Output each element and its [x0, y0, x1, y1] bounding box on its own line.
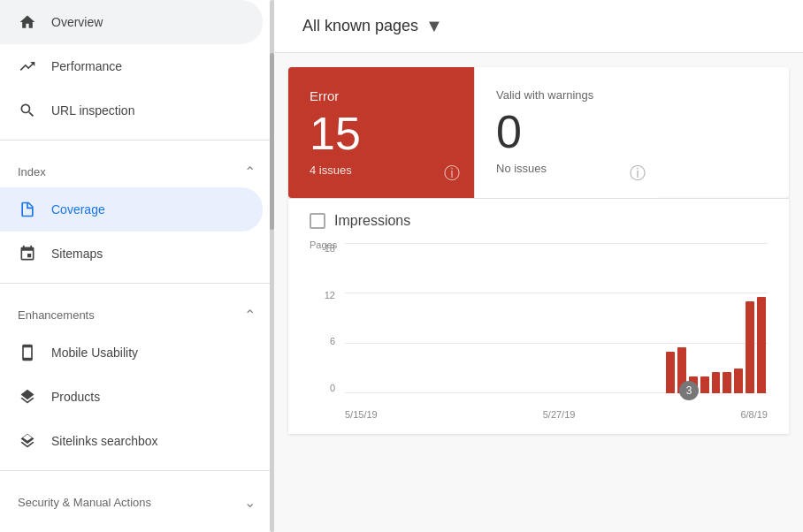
warning-card: Valid with warnings 0 No issues ⓘ — [474, 67, 660, 198]
section-header-enhancements[interactable]: Enhancements ⌃ — [0, 291, 273, 331]
file-icon — [18, 200, 37, 219]
sidebar-item-sitemaps[interactable]: Sitemaps — [0, 232, 263, 276]
sidebar-item-performance[interactable]: Performance — [0, 44, 263, 88]
tooltip-value: 3 — [686, 384, 692, 397]
warning-card-number: 0 — [496, 109, 631, 155]
mobile-icon — [18, 343, 37, 362]
layers-icon — [18, 387, 37, 407]
main-content: All known pages ▼ Error 15 4 issues ⓘ Va… — [274, 0, 803, 532]
bar — [734, 369, 743, 393]
bar — [723, 372, 731, 393]
chart-section: Impressions Pages 18 12 6 0 — [288, 198, 789, 434]
sidebar-item-coverage[interactable]: Coverage — [0, 187, 263, 232]
chevron-up-icon[interactable]: ⌃ — [244, 307, 256, 323]
y-tick-6: 6 — [310, 336, 340, 346]
cards-area: Error 15 4 issues ⓘ Valid with warnings … — [288, 67, 789, 198]
y-tick-0: 0 — [310, 383, 340, 393]
trending-up-icon — [18, 57, 37, 76]
sidebar-item-label: Overview — [51, 15, 103, 29]
dropdown-arrow-icon: ▼ — [425, 16, 443, 36]
error-card-number: 15 — [310, 110, 446, 156]
error-help-icon[interactable]: ⓘ — [444, 163, 460, 184]
error-card: Error 15 4 issues ⓘ — [288, 67, 474, 198]
divider — [0, 283, 273, 284]
chart-title: Impressions — [334, 213, 410, 229]
sidebar-scrollbar[interactable] — [270, 0, 274, 532]
layers2-icon — [18, 431, 37, 451]
impressions-checkbox[interactable] — [310, 213, 325, 229]
sitemap-icon — [18, 244, 37, 263]
x-axis: 5/15/19 5/27/19 6/8/19 — [345, 409, 768, 420]
chart-area: Pages 18 12 6 0 3 — [310, 243, 768, 420]
section-label: Index — [18, 165, 46, 179]
warning-help-icon[interactable]: ⓘ — [630, 163, 646, 184]
home-icon — [18, 12, 37, 32]
bars-container — [345, 243, 768, 393]
sidebar-item-url-inspection[interactable]: URL inspection — [0, 88, 263, 133]
page-filter-dropdown[interactable]: All known pages ▼ — [295, 12, 450, 40]
sidebar-item-label: Performance — [51, 59, 122, 73]
sidebar-item-label: Products — [51, 390, 100, 404]
x-label-3: 6/8/19 — [740, 409, 768, 420]
bar — [712, 372, 721, 393]
y-tick-18: 18 — [310, 243, 340, 254]
section-label: Security & Manual Actions — [18, 496, 151, 509]
divider — [0, 470, 273, 471]
sidebar-item-label: Sitemaps — [51, 247, 103, 261]
chevron-down-icon[interactable]: ⌄ — [244, 494, 256, 511]
error-card-issues: 4 issues — [310, 163, 446, 177]
tooltip-bubble: 3 — [679, 381, 699, 400]
bar — [746, 301, 754, 393]
bar — [666, 352, 675, 393]
y-tick-12: 12 — [310, 290, 340, 300]
y-axis-ticks: 18 12 6 0 — [310, 243, 340, 393]
section-label: Enhancements — [18, 308, 95, 322]
sidebar-item-mobile-usability[interactable]: Mobile Usability — [0, 331, 263, 375]
warning-card-issues: No issues — [496, 162, 631, 175]
chevron-up-icon[interactable]: ⌃ — [244, 163, 256, 180]
search-icon — [18, 101, 37, 120]
sidebar-item-products[interactable]: Products — [0, 375, 263, 419]
section-header-security[interactable]: Security & Manual Actions ⌄ — [0, 478, 273, 518]
section-header-index[interactable]: Index ⌃ — [0, 148, 273, 187]
warning-card-title: Valid with warnings — [496, 88, 631, 102]
sidebar-item-label: Sitelinks searchbox — [51, 434, 158, 448]
sidebar-item-label: Coverage — [51, 202, 105, 217]
bar — [757, 297, 766, 393]
bar — [700, 376, 709, 393]
sidebar-item-label: URL inspection — [51, 103, 134, 118]
sidebar-item-overview[interactable]: Overview — [0, 0, 263, 44]
x-label-2: 5/27/19 — [543, 409, 576, 420]
chart-header: Impressions — [310, 213, 768, 229]
sidebar-item-sitelinks-searchbox[interactable]: Sitelinks searchbox — [0, 419, 263, 463]
sidebar-item-label: Mobile Usability — [51, 346, 138, 360]
top-bar: All known pages ▼ — [274, 0, 803, 53]
error-card-title: Error — [310, 88, 446, 103]
dropdown-label: All known pages — [302, 17, 418, 35]
divider — [0, 140, 273, 141]
x-label-1: 5/15/19 — [345, 409, 378, 420]
